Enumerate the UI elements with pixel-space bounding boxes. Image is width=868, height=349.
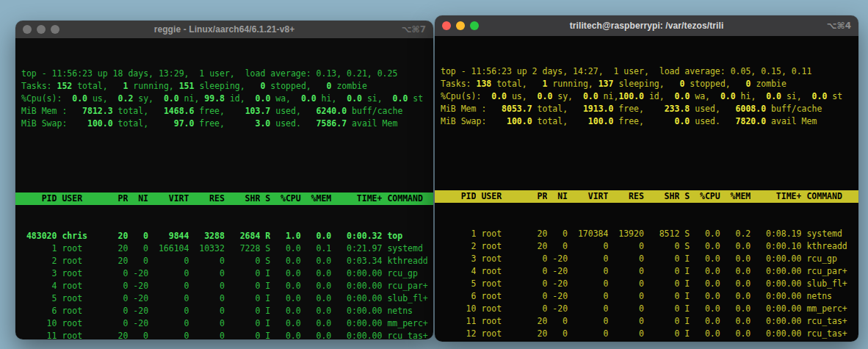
cell-user: root (62, 305, 107, 317)
column-header-command: COMMAND (387, 193, 433, 205)
cell-s: I (265, 305, 270, 317)
column-header-virt: VIRT (153, 193, 189, 205)
cell-s: I (684, 303, 690, 315)
cell-user: root (481, 315, 527, 328)
cell-pid: 4 (441, 265, 476, 278)
cell-mem: 0.2 (726, 228, 751, 240)
zoom-button[interactable] (470, 21, 479, 30)
cell-mem: 0.0 (306, 330, 332, 339)
cell-command: netns (806, 290, 858, 303)
cell-ni: 0 (552, 328, 568, 340)
summary-line: top - 11:56:23 up 18 days, 13:29, 1 user… (21, 68, 433, 80)
terminal-output[interactable]: top - 11:56:23 up 18 days, 13:29, 1 user… (15, 38, 433, 339)
process-row: 5root0-20000I0.00.00:00.00slub_fl+ (441, 278, 858, 290)
cell-command: rcu_tas+ (806, 328, 858, 340)
cell-pid: 2 (441, 240, 476, 253)
column-header-mem: %MEM (726, 190, 751, 203)
cell-virt: 0 (573, 278, 608, 290)
cell-pr: 20 (113, 242, 129, 255)
cell-virt: 0 (153, 255, 189, 267)
column-header-virt: VIRT (573, 190, 608, 203)
cell-ni: 0 (133, 255, 148, 267)
cell-pr: 0 (113, 305, 129, 317)
window-title-bar[interactable]: reggie - Linux/aarch64/6.1.21-v8+ ⌥⌘7 (15, 21, 433, 38)
cell-res: 0 (613, 278, 644, 290)
cell-shr: 0 (230, 267, 261, 280)
column-header-cpu: %CPU (275, 193, 301, 205)
cell-shr: 0 (649, 328, 680, 340)
cell-res: 0 (613, 340, 644, 342)
cell-virt: 0 (153, 267, 189, 280)
cell-mem: 0.0 (726, 303, 751, 315)
cell-shr: 0 (649, 303, 680, 315)
window-title-bar[interactable]: trilitech@raspberrypi: /var/tezos/trili … (435, 15, 858, 36)
top-summary: top - 11:56:23 up 18 days, 13:29, 1 user… (21, 68, 433, 130)
cell-cpu: 0.0 (275, 255, 301, 267)
cell-time: 0:00.00 (756, 290, 801, 303)
desktop: { "desktop": { "background": "#8db1c4" }… (0, 0, 868, 349)
close-button[interactable] (23, 25, 32, 34)
cell-user: root (481, 228, 527, 240)
cell-time: 0:21.97 (336, 242, 382, 255)
cell-shr: 0 (230, 292, 261, 305)
cell-ni: -20 (133, 317, 148, 330)
cell-command: systemd (806, 228, 858, 240)
minimize-button[interactable] (37, 25, 46, 34)
cell-virt: 0 (573, 303, 608, 315)
cell-ni: -20 (552, 290, 568, 303)
cell-pr: 0 (113, 267, 129, 280)
cell-user: root (62, 317, 107, 330)
process-row: 483020chris200984432882684R1.00.00:00.32… (21, 230, 433, 242)
cell-s: I (684, 315, 690, 328)
cell-shr: 0 (230, 317, 261, 330)
zoom-button[interactable] (51, 25, 59, 34)
cell-pr: 20 (532, 340, 548, 342)
cell-pid: 5 (21, 292, 57, 305)
close-button[interactable] (442, 21, 451, 30)
cell-ni: -20 (133, 280, 148, 292)
cell-pr: 0 (532, 253, 548, 265)
cell-pr: 0 (113, 317, 129, 330)
cell-mem: 0.0 (726, 328, 751, 340)
column-header-pr: PR (532, 190, 548, 203)
cell-virt: 0 (573, 290, 608, 303)
cell-shr: 0 (230, 255, 261, 267)
summary-line: MiB Mem : 8053.7 total, 1913.0 free, 233… (441, 103, 858, 115)
minimize-button[interactable] (456, 21, 465, 30)
cell-mem: 0.0 (726, 340, 751, 342)
column-header-res: RES (194, 193, 225, 205)
cell-shr: 0 (649, 290, 680, 303)
cell-s: I (684, 265, 690, 278)
summary-line: Tasks: 152 total, 1 running, 151 sleepin… (21, 80, 433, 93)
cell-user: root (481, 340, 527, 342)
column-header-pid: PID (441, 190, 476, 203)
cell-pr: 0 (113, 280, 129, 292)
process-row: 13root200000I0.00.00:00.00rcu_tas+ (441, 340, 858, 342)
cell-time: 0:00.00 (336, 280, 382, 292)
cell-time: 0:00.10 (756, 240, 801, 253)
cell-shr: 0 (649, 278, 680, 290)
cell-s: R (265, 230, 270, 242)
cell-user: chris (62, 230, 107, 242)
cell-time: 0:00.00 (756, 278, 801, 290)
cell-virt: 0 (573, 253, 608, 265)
cell-user: root (481, 265, 527, 278)
cell-time: 0:00.00 (336, 305, 382, 317)
cell-mem: 0.0 (726, 265, 751, 278)
cell-time: 0:00.32 (336, 230, 382, 242)
terminal-output[interactable]: top - 11:56:23 up 2 days, 14:27, 1 user,… (435, 36, 858, 342)
process-row: 10root0-20000I0.00.00:00.00mm_perc+ (441, 303, 858, 315)
cell-command: slub_fl+ (387, 292, 433, 305)
column-header-pid: PID (21, 193, 57, 205)
cell-virt: 0 (153, 280, 189, 292)
cell-shr: 0 (230, 280, 261, 292)
cell-command: netns (387, 305, 433, 317)
cell-ni: -20 (133, 292, 148, 305)
column-header-pr: PR (113, 193, 129, 205)
summary-line: %Cpu(s): 0.0 us, 0.0 sy, 0.0 ni,100.0 id… (441, 90, 858, 103)
cell-pid: 1 (21, 242, 57, 255)
cell-cpu: 0.0 (695, 315, 720, 328)
traffic-lights (15, 25, 59, 34)
cell-s: I (684, 328, 690, 340)
cell-shr: 2684 (230, 230, 261, 242)
